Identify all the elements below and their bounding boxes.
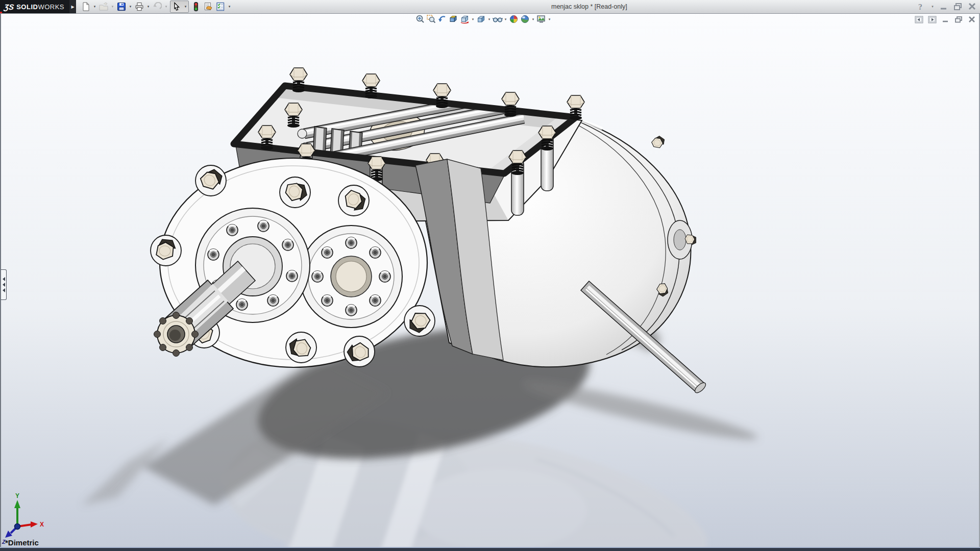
collapse-arrow-icon xyxy=(3,277,5,281)
hide-show-items-dropdown[interactable]: ▾ xyxy=(503,17,508,21)
new-button[interactable] xyxy=(80,1,92,12)
apply-scene-dropdown[interactable]: ▾ xyxy=(531,17,535,21)
svg-text:?: ? xyxy=(918,3,922,11)
display-style-dropdown[interactable]: ▾ xyxy=(487,17,492,21)
section-view-button[interactable] xyxy=(448,14,459,24)
brand-solid: SOLID xyxy=(16,3,38,11)
triad-y-label: Y xyxy=(15,492,19,499)
feature-tree-collapsed-tab[interactable] xyxy=(1,269,7,300)
feature-pane-right-button[interactable] xyxy=(927,15,937,23)
open-button[interactable] xyxy=(97,1,110,12)
viewport-border xyxy=(0,13,980,14)
collapse-arrow-icon xyxy=(3,283,5,287)
right-flange[interactable] xyxy=(300,226,402,328)
collapse-arrow-icon xyxy=(3,288,5,292)
solidworks-window: Y X Z ƷS SOLIDWORKS ▶ ▾ ▾ ▾ ▾ ▾ xyxy=(0,0,980,551)
undo-button[interactable] xyxy=(151,1,163,12)
hide-show-items-button[interactable] xyxy=(492,14,503,24)
view-orientation-label: *Dimetric xyxy=(5,538,39,547)
print-button[interactable] xyxy=(133,1,145,12)
previous-view-button[interactable] xyxy=(437,14,448,24)
edit-appearance-button[interactable] xyxy=(508,14,519,24)
save-dropdown[interactable]: ▾ xyxy=(128,1,133,12)
document-title: menjac sklop * [Read-only] xyxy=(551,3,627,10)
new-dropdown[interactable]: ▾ xyxy=(92,1,97,12)
help-button[interactable]: ? xyxy=(916,2,927,12)
apply-scene-button[interactable] xyxy=(520,14,530,24)
options-button[interactable] xyxy=(214,1,227,12)
viewport-3d[interactable]: Y X Z xyxy=(0,0,980,551)
display-style-button[interactable] xyxy=(476,14,486,24)
title-bar: ƷS SOLIDWORKS ▶ ▾ ▾ ▾ ▾ ▾ ▾ xyxy=(0,0,980,14)
zoom-to-area-button[interactable] xyxy=(426,14,436,24)
select-tool-group: ▾ xyxy=(170,1,189,13)
rebuild-button[interactable] xyxy=(190,1,202,12)
ds-logo-mark: ƷS xyxy=(4,3,15,11)
menu-flyout-arrow[interactable]: ▶ xyxy=(69,0,76,14)
undo-dropdown[interactable]: ▾ xyxy=(163,1,169,12)
main-toolbar: ▾ ▾ ▾ ▾ ▾ ▾ ▾ xyxy=(80,1,232,13)
minimize-document-button[interactable] xyxy=(941,15,950,23)
close-document-button[interactable] xyxy=(967,15,977,23)
window-bottom-edge xyxy=(0,547,980,551)
brand-works: WORKS xyxy=(38,3,64,11)
restore-button[interactable] xyxy=(952,2,964,12)
close-button[interactable] xyxy=(967,2,978,12)
triad-x-label: X xyxy=(40,521,44,528)
minimize-button[interactable] xyxy=(938,2,949,12)
view-settings-button[interactable] xyxy=(536,14,547,24)
select-button[interactable] xyxy=(170,1,183,12)
select-dropdown[interactable]: ▾ xyxy=(183,1,188,12)
restore-document-button[interactable] xyxy=(954,15,964,23)
solidworks-logo: ƷS SOLIDWORKS xyxy=(0,0,69,14)
view-settings-dropdown[interactable]: ▾ xyxy=(547,17,552,21)
file-properties-button[interactable] xyxy=(202,1,214,12)
view-orientation-button[interactable] xyxy=(459,14,470,24)
options-dropdown[interactable]: ▾ xyxy=(227,1,232,12)
window-controls: ? ▾ xyxy=(916,2,978,12)
print-dropdown[interactable]: ▾ xyxy=(145,1,151,12)
document-controls xyxy=(914,15,977,23)
view-orientation-dropdown[interactable]: ▾ xyxy=(471,17,475,21)
feature-pane-left-button[interactable] xyxy=(914,15,924,23)
zoom-to-fit-button[interactable] xyxy=(414,14,425,24)
save-button[interactable] xyxy=(115,1,128,12)
help-dropdown[interactable]: ▾ xyxy=(930,2,935,12)
headsup-toolbar: ▾ ▾ ▾ ▾ ▾ xyxy=(414,14,552,24)
open-dropdown[interactable]: ▾ xyxy=(110,1,115,12)
